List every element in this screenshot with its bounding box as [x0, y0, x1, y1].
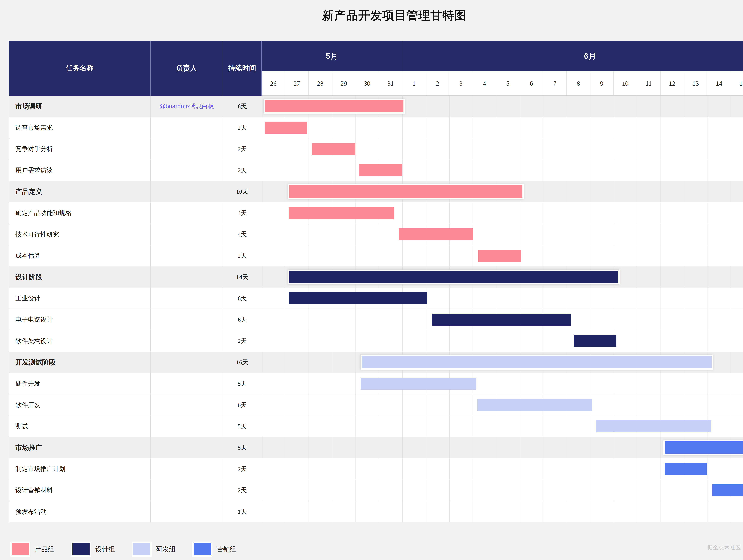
owner-cell[interactable] — [150, 202, 223, 224]
owner-cell[interactable] — [150, 160, 223, 181]
owner-cell[interactable] — [150, 181, 223, 202]
owner-cell[interactable] — [150, 288, 223, 309]
owner-cell[interactable] — [150, 480, 223, 501]
task-name-cell[interactable]: 制定市场推广计划 — [9, 458, 150, 480]
gantt-bar-design[interactable] — [432, 314, 571, 326]
task-name-cell[interactable]: 软件开发 — [9, 394, 150, 416]
timeline-cell — [262, 309, 743, 330]
owner-cell[interactable] — [150, 266, 223, 288]
task-name-cell[interactable]: 市场调研 — [9, 96, 150, 117]
gantt-bar-design[interactable] — [289, 292, 427, 304]
owner-mention-link[interactable]: @boardmix博思白板 — [160, 102, 214, 111]
duration-cell[interactable]: 2天 — [223, 331, 262, 352]
duration-cell[interactable]: 2天 — [223, 138, 262, 160]
gantt-bar-product[interactable] — [399, 228, 473, 240]
duration-cell[interactable]: 14天 — [223, 266, 262, 288]
date-cell: 7 — [543, 72, 567, 95]
owner-cell[interactable] — [150, 394, 223, 416]
gantt-bar-design-summary[interactable] — [288, 269, 619, 285]
gantt-bar-rnd[interactable] — [477, 399, 592, 411]
duration-cell[interactable]: 6天 — [223, 288, 262, 309]
owner-cell[interactable] — [150, 501, 223, 522]
timeline-cell — [262, 288, 743, 309]
gantt-bar-marketing-summary[interactable] — [663, 440, 743, 455]
task-name-cell[interactable]: 工业设计 — [9, 288, 150, 309]
legend-label: 设计组 — [95, 545, 115, 554]
task-name-cell[interactable]: 用户需求访谈 — [9, 160, 150, 181]
duration-cell[interactable]: 1天 — [223, 501, 262, 522]
duration-cell[interactable]: 4天 — [223, 224, 262, 245]
duration-cell[interactable]: 5天 — [223, 373, 262, 394]
duration-cell[interactable]: 6天 — [223, 96, 262, 117]
owner-cell[interactable] — [150, 224, 223, 245]
gantt-bar-product[interactable] — [289, 207, 394, 219]
duration-cell[interactable]: 10天 — [223, 181, 262, 202]
duration-cell[interactable]: 6天 — [223, 309, 262, 330]
date-cell: 11 — [637, 72, 660, 95]
month-header-1: 5月 — [262, 41, 402, 72]
timeline-cell — [262, 501, 743, 522]
timeline-header: 5月6月 26272829303112345678910111213141516 — [262, 41, 743, 95]
owner-cell[interactable] — [150, 437, 223, 458]
gantt-bar-rnd[interactable] — [360, 378, 476, 390]
gantt-header: 任务名称 负责人 持续时间 5月6月 262728293031123456789… — [9, 41, 743, 95]
owner-cell[interactable] — [150, 138, 223, 160]
owner-cell[interactable] — [150, 416, 223, 437]
owner-cell[interactable]: @boardmix博思白板 — [150, 96, 223, 117]
gantt-bar-product[interactable] — [359, 164, 402, 176]
task-name-cell[interactable]: 测试 — [9, 416, 150, 437]
gantt-bar-product[interactable] — [312, 143, 355, 155]
owner-cell[interactable] — [150, 458, 223, 480]
gantt-task-row: 工业设计6天 — [9, 288, 743, 309]
owner-cell[interactable] — [150, 331, 223, 352]
gantt-bar-rnd[interactable] — [596, 420, 711, 432]
gantt-bar-product-summary[interactable] — [264, 99, 405, 114]
duration-cell[interactable]: 4天 — [223, 202, 262, 224]
timeline-cell — [262, 117, 743, 138]
gantt-bar-design[interactable] — [574, 335, 616, 347]
gantt-bar-rnd-summary[interactable] — [360, 355, 713, 370]
duration-cell[interactable]: 2天 — [223, 480, 262, 501]
task-name-cell[interactable]: 开发测试阶段 — [9, 352, 150, 373]
task-name-cell[interactable]: 软件架构设计 — [9, 331, 150, 352]
timeline-cell — [262, 245, 743, 266]
gantt-task-row: 电子电路设计6天 — [9, 309, 743, 331]
owner-cell[interactable] — [150, 117, 223, 138]
gantt-task-row: 竞争对手分析2天 — [9, 138, 743, 160]
duration-cell[interactable]: 5天 — [223, 416, 262, 437]
owner-cell[interactable] — [150, 373, 223, 394]
task-name-cell[interactable]: 设计阶段 — [9, 266, 150, 288]
gantt-bar-marketing[interactable] — [712, 484, 743, 496]
task-name-cell[interactable]: 竞争对手分析 — [9, 138, 150, 160]
date-cell: 6 — [520, 72, 543, 95]
gantt-bar-product[interactable] — [478, 250, 521, 261]
duration-cell[interactable]: 5天 — [223, 437, 262, 458]
gantt-bar-marketing[interactable] — [664, 463, 707, 475]
task-name-cell[interactable]: 设计营销材料 — [9, 480, 150, 501]
duration-cell[interactable]: 6天 — [223, 394, 262, 416]
owner-cell[interactable] — [150, 245, 223, 266]
owner-cell[interactable] — [150, 352, 223, 373]
owner-cell[interactable] — [150, 309, 223, 330]
gantt-task-row: 成本估算2天 — [9, 245, 743, 266]
duration-cell[interactable]: 16天 — [223, 352, 262, 373]
date-cell: 12 — [660, 72, 684, 95]
gantt-bar-product[interactable] — [265, 122, 307, 134]
duration-cell[interactable]: 2天 — [223, 117, 262, 138]
task-name-cell[interactable]: 市场推广 — [9, 437, 150, 458]
task-name-cell[interactable]: 技术可行性研究 — [9, 224, 150, 245]
task-name-cell[interactable]: 硬件开发 — [9, 373, 150, 394]
gantt-bar-product-summary[interactable] — [288, 184, 524, 199]
duration-cell[interactable]: 2天 — [223, 245, 262, 266]
task-name-cell[interactable]: 成本估算 — [9, 245, 150, 266]
duration-cell[interactable]: 2天 — [223, 160, 262, 181]
task-name-cell[interactable]: 确定产品功能和规格 — [9, 202, 150, 224]
gantt-group-row: 产品定义10天 — [9, 181, 743, 202]
task-name-cell[interactable]: 产品定义 — [9, 181, 150, 202]
task-name-cell[interactable]: 调查市场需求 — [9, 117, 150, 138]
task-name-cell[interactable]: 预发布活动 — [9, 501, 150, 522]
task-name-cell[interactable]: 电子电路设计 — [9, 309, 150, 330]
duration-cell[interactable]: 2天 — [223, 458, 262, 480]
date-row: 26272829303112345678910111213141516 — [262, 72, 743, 95]
gantt-task-row: 软件开发6天 — [9, 394, 743, 416]
